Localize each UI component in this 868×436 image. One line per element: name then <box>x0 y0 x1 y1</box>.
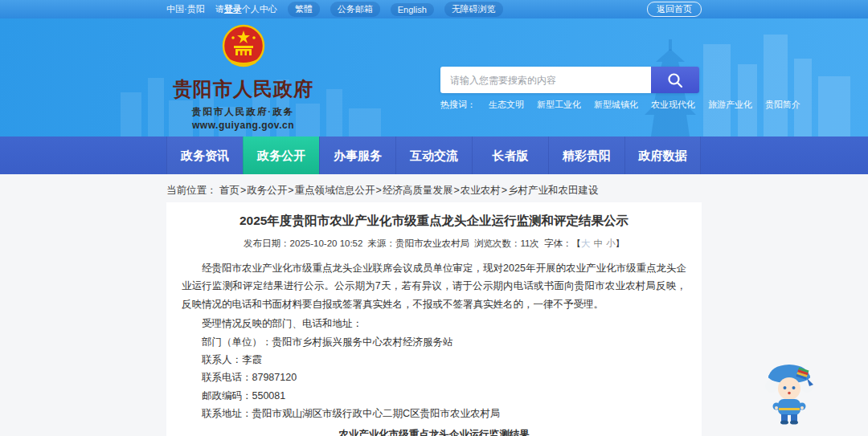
traditional-chinese-button[interactable]: 繁體 <box>288 2 320 17</box>
official-mail-button[interactable]: 公务邮箱 <box>330 2 380 17</box>
publish-date-label: 发布日期： <box>244 238 290 248</box>
topbar: 中国·贵阳 请登录个人中心 繁體 公务邮箱 English 无障碍浏览 返回首页 <box>0 0 868 18</box>
hot-word-link[interactable]: 生态文明 <box>489 99 524 111</box>
hot-search-words: 热搜词： 生态文明 新型工业化 新型城镇化 农业现代化 旅游产业化 贵阳简介 <box>440 99 800 111</box>
search-input[interactable] <box>440 67 651 93</box>
nav-item-disclosure[interactable]: 政务公开 <box>243 137 319 174</box>
login-link[interactable]: 登录 <box>224 4 242 14</box>
source-label: 来源： <box>367 238 395 248</box>
search-icon <box>666 71 684 89</box>
hot-word-link[interactable]: 新型工业化 <box>537 99 581 111</box>
views-label: 浏览次数： <box>474 238 521 248</box>
contact-address: 联系地址：贵阳市观山湖区市级行政中心二期C区贵阳市农业农村局 <box>182 407 686 421</box>
national-emblem-icon <box>222 24 265 71</box>
breadcrumb-separator: > <box>453 185 459 196</box>
hot-words-label: 热搜词： <box>440 99 476 111</box>
font-size-small-button[interactable]: 小 <box>606 238 616 248</box>
article-meta: 发布日期：2025-10-20 10:52来源：贵阳市农业农村局浏览次数：11次… <box>182 238 686 250</box>
topbar-links: 中国·贵阳 请登录个人中心 繁體 公务邮箱 English 无障碍浏览 <box>166 2 503 17</box>
search-box <box>440 67 699 93</box>
contact-postcode: 邮政编码：550081 <box>182 389 686 403</box>
breadcrumb-key-areas[interactable]: 重点领域信息公开 <box>295 185 375 196</box>
breadcrumb-agriculture[interactable]: 农业农村 <box>461 185 501 196</box>
bracket: 】 <box>615 238 624 248</box>
contact-person: 联系人：李霞 <box>182 353 686 367</box>
contact-phone: 联系电话：87987120 <box>182 371 686 385</box>
article-paragraph: 经贵阳市农业产业化市级重点龙头企业联席会议成员单位审定，现对2025年开展的农业… <box>182 259 686 313</box>
breadcrumb-separator: > <box>376 185 382 196</box>
breadcrumb-label: 当前位置： <box>166 185 217 196</box>
site-url: www.guiyang.gov.cn <box>165 120 321 131</box>
site-title: 贵阳市人民政府 <box>165 76 321 102</box>
hot-word-link[interactable]: 贵阳简介 <box>765 99 800 111</box>
nav-item-services[interactable]: 办事服务 <box>319 137 395 174</box>
source-value: 贵阳市农业农村局 <box>395 238 469 248</box>
nav-item-gov-data[interactable]: 政府数据 <box>624 137 701 174</box>
region-label: 中国·贵阳 <box>166 3 205 15</box>
banner: 贵阳市人民政府 贵阳市人民政府·政务 www.guiyang.gov.cn 热搜… <box>0 18 868 137</box>
breadcrumb-economy[interactable]: 经济高质量发展 <box>383 185 453 196</box>
publish-date-value: 2025-10-20 10:52 <box>290 238 363 248</box>
login-personal-center-link[interactable]: 请登录个人中心 <box>215 3 277 15</box>
topbar-inner: 中国·贵阳 请登录个人中心 繁體 公务邮箱 English 无障碍浏览 返回首页 <box>166 0 702 18</box>
bracket: 【 <box>571 238 581 248</box>
breadcrumb-separator: > <box>502 185 507 196</box>
personal-center-label[interactable]: 个人中心 <box>242 4 277 14</box>
contact-department: 部门（单位）：贵阳市乡村振兴服务中心农村经济服务站 <box>182 336 686 349</box>
article-paragraph: 受理情况反映的部门、电话和地址： <box>182 317 686 331</box>
hot-word-link[interactable]: 新型城镇化 <box>594 99 638 111</box>
hot-word-link[interactable]: 旅游产业化 <box>708 99 752 111</box>
breadcrumb: 当前位置： 首页>政务公开>重点领域信息公开>经济高质量发展>农业农村>乡村产业… <box>166 184 599 198</box>
nav-item-interaction[interactable]: 互动交流 <box>395 137 472 174</box>
article-card: 2025年度贵阳市农业产业化市级重点龙头企业运行监测和评定结果公示 发布日期：2… <box>166 202 702 436</box>
hot-word-link[interactable]: 农业现代化 <box>651 99 695 111</box>
breadcrumb-rural-industry[interactable]: 乡村产业和农田建设 <box>508 185 599 196</box>
mascot-character-icon <box>764 361 817 426</box>
main-nav: 政务资讯 政务公开 办事服务 互动交流 长者版 精彩贵阳 政府数据 <box>0 137 868 174</box>
nav-item-elder-version[interactable]: 长者版 <box>472 137 548 174</box>
english-button[interactable]: English <box>391 3 434 16</box>
font-size-label: 字体： <box>544 238 572 248</box>
site-logo[interactable]: 贵阳市人民政府 贵阳市人民政府·政务 www.guiyang.gov.cn <box>165 24 321 131</box>
result-table-title: 农业产业化市级重点龙头企业运行监测结果 <box>182 428 686 436</box>
font-size-large-button[interactable]: 大 <box>581 238 591 248</box>
mascot[interactable] <box>764 361 817 430</box>
breadcrumb-separator: > <box>288 185 293 196</box>
breadcrumb-disclosure[interactable]: 政务公开 <box>247 185 287 196</box>
site-subtitle: 贵阳市人民政府·政务 <box>165 106 321 118</box>
font-size-medium-button[interactable]: 中 <box>593 238 603 248</box>
nav-item-news[interactable]: 政务资讯 <box>166 137 243 174</box>
login-prefix: 请 <box>215 4 224 14</box>
views-value: 11次 <box>520 238 538 248</box>
article-title: 2025年度贵阳市农业产业化市级重点龙头企业运行监测和评定结果公示 <box>182 213 686 230</box>
accessibility-button[interactable]: 无障碍浏览 <box>444 2 503 17</box>
breadcrumb-separator: > <box>240 185 246 196</box>
return-home-button[interactable]: 返回首页 <box>647 2 702 17</box>
nav-item-highlights[interactable]: 精彩贵阳 <box>548 137 624 174</box>
search-button[interactable] <box>651 67 699 93</box>
breadcrumb-home[interactable]: 首页 <box>219 185 240 196</box>
